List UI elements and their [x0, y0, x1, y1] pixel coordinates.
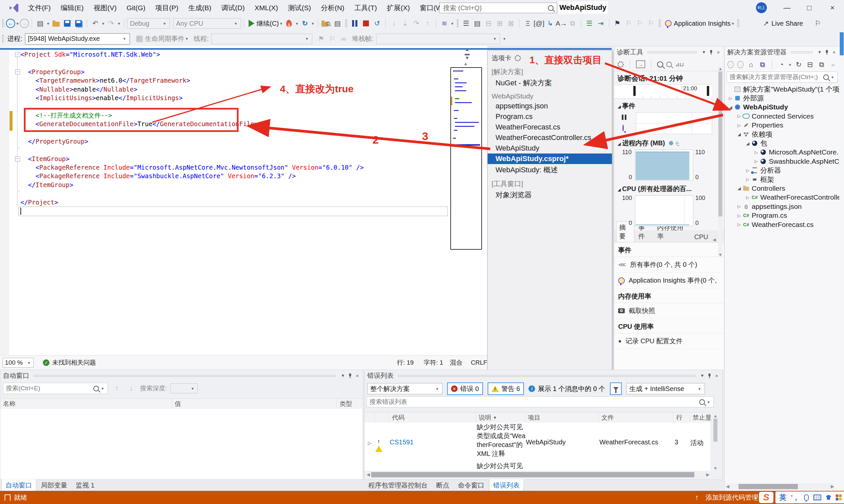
error-search-input[interactable]: 搜索错误列表 ▾ — [367, 396, 714, 408]
redo-dropdown[interactable]: ▾ — [117, 21, 121, 26]
tab-item-NuGet - 解决方案[interactable]: NuGet - 解决方案 — [488, 77, 612, 89]
toolbar-grip[interactable] — [659, 19, 661, 28]
navigate-forward-button[interactable]: → — [20, 19, 29, 28]
solution-configuration-select[interactable]: Debug▾ — [127, 18, 170, 29]
collapse-all-icon[interactable]: ⊟ — [806, 60, 814, 70]
menu-item[interactable]: XML(X) — [249, 4, 283, 12]
home-icon[interactable]: ⌂ — [747, 60, 755, 70]
tool-tab-程序包管理器控制台[interactable]: 程序包管理器控制台 — [364, 479, 432, 491]
all-events-link[interactable]: ⋘ 所有事件(0 个, 共 0 个) — [614, 257, 724, 273]
save-all-icon[interactable] — [73, 18, 83, 28]
toolbar-overflow[interactable]: ▾ — [502, 36, 507, 41]
tree-collapsed-arrow[interactable]: ▷ — [744, 195, 751, 200]
add-to-source-control-button[interactable]: 添加到源代码管理 — [706, 493, 758, 502]
error-hscrollbar[interactable]: ◀ ▶ — [366, 471, 710, 478]
chevron-up-icon[interactable]: ▴ — [754, 495, 757, 500]
encoding-indicator[interactable]: 混合 — [450, 358, 463, 367]
restart-app-icon[interactable]: ↻ — [300, 18, 310, 28]
messages-toggle-button[interactable]: i展示 1 个消息中的 0 个 — [529, 384, 605, 393]
new-project-icon[interactable]: ▤ — [35, 18, 45, 28]
reset-view-icon[interactable]: ⊿⊔ — [675, 61, 684, 68]
take-snapshot-link[interactable]: 截取快照 — [614, 303, 724, 319]
restore-button[interactable]: □ — [799, 0, 820, 16]
rename-icon[interactable]: A→ — [556, 18, 566, 28]
outline-collapse-box[interactable]: − — [15, 70, 20, 74]
bookmark-icon[interactable]: ⚑ — [613, 18, 622, 28]
warnings-toggle-button[interactable]: 警告 6 — [488, 382, 524, 395]
undo-dropdown[interactable]: ▾ — [101, 21, 105, 26]
tree-item-解决方案"WebApiStudy"(1 个项目/共[interactable]: 解决方案"WebApiStudy"(1 个项目/共 — [725, 85, 840, 93]
tree-collapsed-arrow[interactable]: ▷ — [744, 168, 751, 173]
code-line[interactable]: </Project> — [20, 198, 364, 206]
panel-drag-area[interactable] — [33, 375, 336, 377]
ime-mode-label[interactable]: 英 — [779, 493, 786, 502]
code-line[interactable]: <PackageReference Include="Swashbuckle.A… — [20, 172, 364, 180]
panel-drag-area[interactable] — [791, 51, 813, 53]
indent-icon[interactable]: ☰ — [585, 18, 595, 28]
redo-icon[interactable]: ↷ — [106, 18, 116, 28]
menu-item[interactable]: 编辑(E) — [56, 3, 89, 13]
stop-debugging-icon[interactable] — [361, 18, 371, 28]
tree-item-WeatherForecastControlle[interactable]: ▷C#WeatherForecastControlle — [725, 193, 840, 202]
search-up-icon[interactable]: ↑ — [112, 383, 122, 393]
solution-search-input[interactable]: 搜索解决方案资源管理器(Ctrl+;) ▾ — [727, 71, 838, 83]
document-icon[interactable]: ▤ — [472, 18, 482, 28]
search-depth-select[interactable]: ▾ — [170, 383, 198, 393]
error-vscrollbar[interactable]: ▲ ▼ — [713, 413, 718, 471]
tool-tab-错误列表[interactable]: 错误列表 — [489, 479, 524, 492]
soft-keyboard-icon[interactable] — [813, 494, 821, 500]
forward-icon[interactable]: → — [737, 61, 743, 68]
tree-item-appsettings.json[interactable]: ▷{}appsettings.json — [725, 202, 840, 211]
timeline-marker[interactable] — [707, 86, 709, 96]
solution-hscrollbar[interactable]: ◀ ▶ — [725, 483, 835, 490]
tree-expanded-arrow[interactable]: ◢ — [744, 141, 751, 146]
char-indicator[interactable]: 字符: 1 — [424, 358, 443, 367]
close-icon[interactable]: × — [355, 373, 360, 378]
column-name[interactable]: 名称 — [0, 399, 174, 409]
code-line[interactable] — [20, 128, 364, 137]
scrollbar-thumb[interactable] — [840, 32, 844, 55]
schema-clear-icon[interactable]: ⊠ — [506, 18, 516, 28]
code-line[interactable]: <ItemGroup> — [20, 155, 364, 163]
autos-body[interactable] — [0, 409, 362, 479]
code-line[interactable] — [20, 146, 364, 154]
tree-collapsed-arrow[interactable]: ▷ — [736, 123, 742, 128]
application-insights-dropdown[interactable]: ▾ — [730, 21, 735, 26]
tool-tab-断点[interactable]: 断点 — [432, 479, 453, 491]
error-project[interactable]: WebApiStudy — [526, 438, 566, 446]
pin-icon[interactable] — [709, 50, 713, 54]
schema-graph-icon[interactable]: ⊞ — [495, 18, 505, 28]
tab-scroll-left-icon[interactable]: ◀ — [712, 237, 717, 242]
menu-item[interactable]: 分析(N) — [316, 3, 349, 13]
code-line[interactable] — [20, 59, 364, 67]
column-code[interactable]: 代码 — [389, 412, 479, 423]
parallel-stacks-icon[interactable]: ∞ — [339, 34, 348, 44]
feedback-icon[interactable]: ⚐ — [813, 18, 823, 28]
breakpoint-margin[interactable] — [0, 46, 9, 355]
tab-item-WebApiStudy.csproj*[interactable]: WebApiStudy.csproj* — [488, 154, 612, 164]
sync-with-active-document-icon[interactable]: ↻ — [795, 60, 803, 70]
navigate-back-button[interactable]: ← — [6, 19, 15, 28]
tab-item-WeatherForecast.cs[interactable]: WeatherForecast.cs — [488, 122, 612, 132]
filter-button[interactable] — [610, 382, 622, 395]
tool-tab-局部变量[interactable]: 局部变量 — [37, 479, 71, 491]
panel-drag-area[interactable] — [398, 375, 695, 377]
menu-item[interactable]: 工具(T) — [349, 3, 382, 13]
properties-icon[interactable]: ⧉ — [817, 60, 826, 70]
continue-icon[interactable] — [248, 20, 255, 27]
tree-collapsed-arrow[interactable]: ▷ — [736, 222, 742, 227]
ime-toolbox-icon[interactable] — [836, 494, 842, 500]
zoom-in-icon[interactable] — [657, 61, 663, 68]
attributes-icon[interactable]: [@] — [534, 18, 544, 28]
microphone-icon[interactable] — [804, 494, 809, 501]
step-over-icon[interactable]: ↷ — [411, 18, 421, 28]
filter-dropdown[interactable]: ▾ — [788, 62, 792, 67]
pin-icon[interactable] — [348, 373, 352, 378]
switch-views-icon[interactable]: ⧉ — [758, 60, 767, 70]
scroll-up-icon[interactable]: ▲ — [463, 60, 468, 66]
window-position-icon[interactable]: ▾ — [701, 49, 707, 55]
step-into-icon[interactable]: ⇣ — [400, 18, 410, 28]
thread-select[interactable]: ▾ — [211, 34, 312, 44]
new-project-dropdown[interactable]: ▾ — [46, 21, 50, 26]
tree-item-Microsoft.AspNetCore.[interactable]: ▷Microsoft.AspNetCore. — [725, 148, 840, 157]
